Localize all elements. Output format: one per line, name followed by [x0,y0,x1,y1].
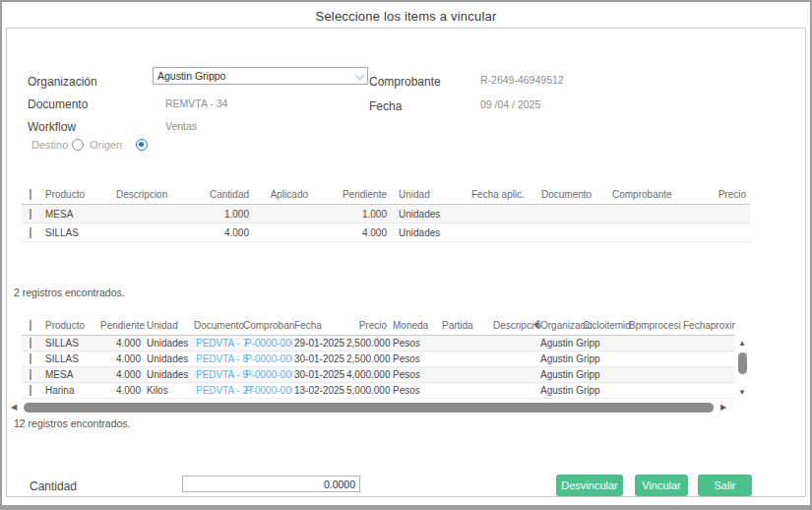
cell-pendiente: 4.000 [312,227,391,238]
row-checkbox[interactable] [30,385,31,396]
row-checkbox[interactable] [30,369,31,380]
row-checkbox[interactable] [30,227,31,238]
documento-link[interactable]: PEDVTA - 27 [194,385,243,396]
cell-producto: MESA [43,369,98,380]
col-header[interactable]: Organizacic [540,320,583,331]
col-header[interactable]: Descripcion [114,189,208,200]
candidates-select-all-checkbox[interactable] [30,320,31,331]
cell-pendiente: 4.000 [98,338,145,349]
col-header[interactable]: Documento [194,320,243,331]
workflow-value: Ventas [165,120,197,132]
cell-unidad: Unidades [145,338,194,349]
comprobante-link[interactable]: P-0000-0000 [243,353,292,364]
organizacion-selected-value: Agustin Grippo [157,70,225,82]
destino-label: Destino [31,139,68,151]
col-header[interactable]: Unidad [391,189,464,200]
col-header[interactable]: Comproban [243,320,292,331]
col-header[interactable]: Descripci� [491,320,540,331]
cell-moneda: Pesos [391,369,440,380]
salir-button[interactable]: Salir [698,475,752,496]
row-checkbox[interactable] [30,209,31,220]
cell-moneda: Pesos [391,385,440,396]
scroll-right-icon[interactable]: ▶ [720,404,726,412]
cell-fecha: 30-01-2025 [292,369,344,380]
col-header[interactable]: Producto [43,320,98,331]
cell-unidad: Unidades [145,353,194,364]
col-header[interactable]: Aplicado [253,189,312,200]
cell-unidad: Unidades [391,209,464,220]
scroll-up-icon[interactable]: ▲ [738,340,746,348]
destino-radio[interactable] [72,139,84,151]
col-header[interactable]: Partida [440,320,491,331]
table-row[interactable]: SILLAS 4.000 4.000 Unidades [22,223,750,242]
cell-precio: 4,000.000 [344,369,391,380]
candidates-count-text: 12 registros encontrados. [14,417,130,429]
table-row[interactable]: MESA 1.000 1.000 Unidades [22,205,750,223]
cell-precio: 2,500.000 [344,353,391,364]
col-header[interactable]: Fecha [292,320,344,331]
cantidad-input[interactable] [182,476,360,492]
cantidad-label: Cantidad [30,479,77,493]
origen-radio[interactable] [136,139,148,151]
col-header[interactable]: Cantidad [208,189,253,200]
cell-producto: SILLAS [43,338,98,349]
vertical-scrollbar-thumb[interactable] [738,352,747,374]
cell-precio: 5,000.000 [344,385,391,396]
desvincular-button[interactable]: Desvincular [556,475,623,496]
cell-cantidad: 4.000 [208,227,253,238]
cell-cantidad: 1.000 [208,209,253,220]
col-header[interactable]: Fechaproxim [681,320,735,331]
documento-link[interactable]: PEDVTA - 9 [194,369,243,380]
page-title: Seleccione los items a vincular [2,9,810,24]
cell-pendiente: 4.000 [98,353,145,364]
col-header[interactable]: Cicloitemid [583,320,627,331]
cell-producto: Harina [43,385,98,396]
cell-unidad: Kilos [145,385,194,396]
horizontal-scrollbar-thumb[interactable] [24,403,714,413]
col-header[interactable]: Moneda [391,320,440,331]
row-checkbox[interactable] [30,353,31,364]
table-row[interactable]: SILLAS 4.000 Unidades PEDVTA - 7 P-0000-… [22,336,735,351]
comprobante-link[interactable]: P-0000-0000 [243,385,292,396]
col-header[interactable]: Documento [532,189,603,200]
col-header[interactable]: Precio [702,189,750,200]
organizacion-label: Organización [28,75,97,89]
fecha-value: 09 /04 / 2025 [480,98,540,110]
items-table-header-row: Producto Descripcion Cantidad Aplicado P… [22,185,750,205]
table-row[interactable]: Harina 4.000 Kilos PEDVTA - 27 P-0000-00… [22,383,735,399]
vincular-button[interactable]: Vincular [635,475,688,496]
documento-value: REMVTA - 34 [165,97,227,109]
row-checkbox[interactable] [30,338,31,349]
col-header[interactable]: Comprobante [603,189,702,200]
table-row[interactable]: MESA 4.000 Unidades PEDVTA - 9 P-0000-00… [22,367,735,383]
items-table: Producto Descripcion Cantidad Aplicado P… [22,185,750,242]
documento-link[interactable]: PEDVTA - 7 [194,338,243,349]
col-header[interactable]: Producto [43,189,114,200]
candidates-table: Producto Pendiente Unidad Documento Comp… [22,316,735,399]
cell-unidad: Unidades [391,227,464,238]
cell-moneda: Pesos [391,353,440,364]
candidates-table-header-row: Producto Pendiente Unidad Documento Comp… [22,316,735,336]
col-header[interactable]: Fecha aplic. [464,189,532,200]
cell-producto: SILLAS [43,353,98,364]
comprobante-link[interactable]: P-0000-0000 [243,369,292,380]
col-header[interactable]: Unidad [145,320,194,331]
organizacion-select[interactable]: Agustin Grippo [153,67,368,85]
workflow-label: Workflow [28,120,76,134]
col-header[interactable]: Pendiente [98,320,145,331]
documento-label: Documento [28,97,88,111]
scroll-left-icon[interactable]: ◀ [11,404,17,412]
comprobante-link[interactable]: P-0000-0000 [243,338,292,349]
documento-link[interactable]: PEDVTA - 8 [194,353,243,364]
table-row[interactable]: SILLAS 4.000 Unidades PEDVTA - 8 P-0000-… [22,351,735,367]
col-header[interactable]: Precio [344,320,391,331]
cell-organizacion: Agustin Gripp [540,353,583,364]
items-select-all-checkbox[interactable] [30,189,31,200]
items-count-text: 2 registros encontrados. [14,287,125,298]
comprobante-label: Comprobante [369,75,441,89]
chevron-down-icon [355,71,365,81]
col-header[interactable]: Pendiente [312,189,391,200]
col-header[interactable]: Bpmprocesi [627,320,681,331]
origen-label: Origen [90,139,122,151]
scroll-down-icon[interactable]: ▼ [738,389,746,397]
